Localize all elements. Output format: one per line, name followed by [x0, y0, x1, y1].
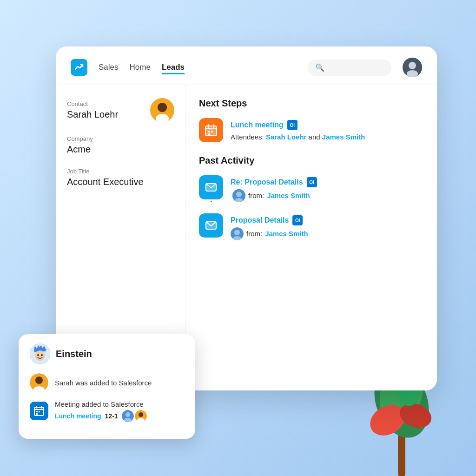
attendee2-link[interactable]: James Smith: [322, 133, 365, 141]
einstein-meeting-subtext: Lunch meeting 12-1: [55, 410, 147, 422]
past-item1-title[interactable]: Re: Proposal Details Ol: [231, 177, 424, 187]
mini-avatar-james: [122, 410, 134, 422]
next-steps-attendees: Attendees: Sarah Loehr and James Smith: [231, 132, 424, 143]
svg-rect-43: [36, 411, 38, 412]
outlook-badge-2: Ol: [307, 177, 317, 187]
next-steps-item: Lunch meeting Ol Attendees: Sarah Loehr …: [199, 118, 424, 144]
contact-name: Sarah Loehr: [67, 109, 118, 120]
einstein-calendar-icon: [30, 402, 48, 420]
einstein-meeting-time: 12-1: [105, 412, 118, 420]
einstein-meeting-text: Meeting added to Salesforce: [55, 399, 147, 409]
svg-point-37: [35, 377, 43, 384]
job-title-field-group: Job Title Account Executive: [67, 168, 174, 187]
next-steps-icon-wrap: [199, 118, 223, 144]
einstein-name: Einstein: [56, 349, 92, 359]
svg-point-50: [139, 412, 143, 417]
svg-rect-21: [208, 133, 210, 135]
search-icon: 🔍: [315, 63, 324, 72]
past-item2-icon-wrap: [199, 213, 223, 240]
svg-point-30: [234, 230, 240, 235]
outlook-badge: Ol: [287, 120, 298, 130]
app-logo: [71, 59, 87, 76]
past-item2-from[interactable]: James Smith: [265, 229, 308, 239]
einstein-meeting-item: Meeting added to Salesforce Lunch meetin…: [30, 399, 184, 422]
right-panel: Next Steps: [186, 85, 437, 387]
einstein-meeting-link[interactable]: Lunch meeting: [55, 412, 101, 420]
svg-point-47: [126, 412, 130, 417]
james-smith-avatar-1: [232, 189, 245, 202]
nav-item-home[interactable]: Home: [130, 61, 151, 74]
past-item2-title[interactable]: Proposal Details Ol: [231, 215, 424, 225]
next-steps-meeting-title[interactable]: Lunch meeting Ol: [231, 120, 424, 130]
email-icon-1: [199, 175, 223, 199]
outlook-badge-3: Ol: [292, 215, 303, 225]
attendee1-link[interactable]: Sarah Loehr: [266, 133, 307, 141]
past-item1-title-text: Re: Proposal Details: [231, 178, 303, 186]
past-item1-desc: from: James Smith: [231, 189, 424, 202]
einstein-sarah-item: Sarah was added to Salesforce: [30, 373, 184, 392]
past-item1-content: Re: Proposal Details Ol from: James Smit…: [231, 175, 424, 202]
calendar-icon: [199, 118, 223, 142]
next-steps-title: Next Steps: [199, 98, 424, 109]
email-icon-2: [199, 213, 223, 238]
nav-bar: Sales Home Leads 🔍: [56, 46, 437, 85]
past-item1-from[interactable]: James Smith: [267, 191, 310, 201]
einstein-avatar: [30, 344, 50, 364]
company-name: Acme: [67, 144, 174, 155]
past-item2-title-text: Proposal Details: [231, 216, 289, 225]
past-item1-icon-wrap: [199, 175, 223, 202]
james-smith-avatar-2: [231, 227, 244, 240]
nav-item-leads[interactable]: Leads: [162, 61, 185, 74]
contact-avatar: [150, 98, 174, 122]
company-label: Company: [67, 135, 174, 142]
meeting-title-text: Lunch meeting: [231, 121, 284, 129]
mini-avatar-sarah: [135, 410, 147, 422]
einstein-sarah-text: Sarah was added to Salesforce: [55, 378, 152, 388]
contact-field-group: Contact Sarah Loehr: [67, 98, 174, 122]
next-steps-content: Lunch meeting Ol Attendees: Sarah Loehr …: [231, 118, 424, 144]
sarah-avatar-einstein: [30, 373, 48, 392]
search-bar[interactable]: 🔍: [308, 60, 391, 76]
svg-rect-45: [36, 413, 38, 415]
contact-label: Contact: [67, 100, 118, 107]
einstein-panel: Einstein Sarah was added to Salesforce: [19, 334, 195, 439]
job-title-label: Job Title: [67, 168, 174, 175]
timeline-line-blue-1: [211, 201, 212, 202]
einstein-meeting-content: Meeting added to Salesforce Lunch meetin…: [55, 399, 147, 422]
nav-item-sales[interactable]: Sales: [99, 61, 119, 74]
svg-point-35: [41, 354, 43, 356]
past-item2-desc: from: James Smith: [231, 227, 424, 240]
svg-point-13: [158, 103, 167, 112]
past-item2-content: Proposal Details Ol from: James Smith: [231, 213, 424, 240]
svg-rect-20: [211, 131, 213, 132]
past-activity-item-2: Proposal Details Ol from: James Smith: [199, 213, 424, 240]
svg-rect-19: [208, 131, 210, 132]
svg-point-8: [409, 62, 416, 69]
svg-point-25: [236, 192, 242, 197]
svg-rect-14: [205, 126, 217, 136]
job-title-value: Account Executive: [67, 177, 174, 187]
svg-point-34: [37, 354, 39, 356]
svg-point-33: [35, 350, 45, 361]
user-avatar[interactable]: [403, 58, 422, 77]
company-field-group: Company Acme: [67, 135, 174, 155]
past-activity-item-1: Re: Proposal Details Ol from: James Smit…: [199, 175, 424, 202]
einstein-header: Einstein: [30, 344, 184, 364]
svg-rect-44: [39, 411, 40, 412]
past-activity-title: Past Activity: [199, 155, 424, 166]
